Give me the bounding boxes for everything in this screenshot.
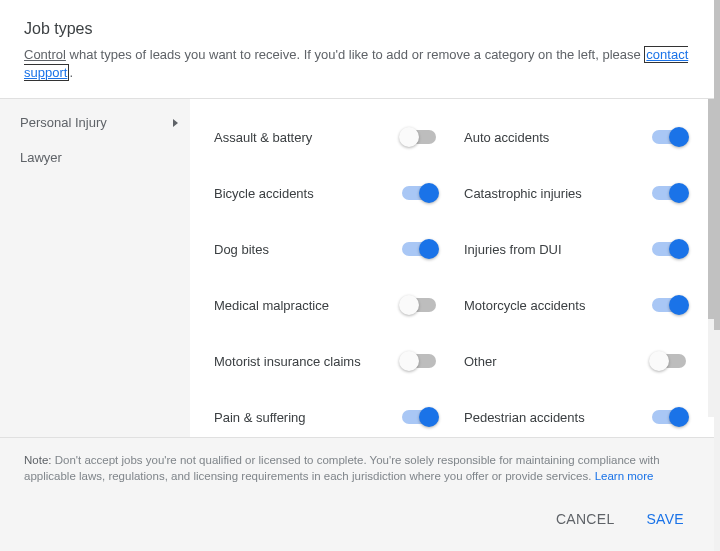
job-type-toggle[interactable] bbox=[652, 354, 686, 368]
category-sidebar: Personal Injury Lawyer bbox=[0, 99, 190, 436]
job-type-toggle[interactable] bbox=[402, 130, 436, 144]
toggle-knob bbox=[399, 295, 419, 315]
job-type-label: Auto accidents bbox=[464, 130, 549, 145]
sidebar-item-label: Lawyer bbox=[20, 150, 62, 165]
page-scrollbar[interactable] bbox=[714, 0, 720, 551]
job-type-row: Motorist insurance claims bbox=[214, 333, 454, 389]
job-type-toggle[interactable] bbox=[652, 410, 686, 424]
desc-rest: what types of leads you want to receive.… bbox=[66, 47, 644, 62]
job-type-row: Catastrophic injuries bbox=[464, 165, 704, 221]
note-text: Don't accept jobs you're not qualified o… bbox=[24, 454, 660, 483]
job-type-label: Pedestrian accidents bbox=[464, 410, 585, 425]
job-type-row: Motorcycle accidents bbox=[464, 277, 704, 333]
toggle-knob bbox=[669, 407, 689, 427]
disclaimer-note: Note: Don't accept jobs you're not quali… bbox=[0, 438, 714, 495]
toggle-knob bbox=[419, 407, 439, 427]
job-type-toggle[interactable] bbox=[652, 298, 686, 312]
sidebar-item-label: Personal Injury bbox=[20, 115, 107, 130]
toggle-knob bbox=[669, 183, 689, 203]
job-type-label: Bicycle accidents bbox=[214, 186, 314, 201]
job-type-row: Injuries from DUI bbox=[464, 221, 704, 277]
note-label: Note: bbox=[24, 454, 52, 466]
save-button[interactable]: SAVE bbox=[636, 505, 694, 533]
dialog-title: Job types bbox=[24, 20, 690, 38]
job-type-row: Pain & suffering bbox=[214, 389, 454, 436]
job-type-label: Pain & suffering bbox=[214, 410, 306, 425]
job-type-toggle[interactable] bbox=[402, 354, 436, 368]
job-type-label: Motorist insurance claims bbox=[214, 354, 361, 369]
job-type-row: Dog bites bbox=[214, 221, 454, 277]
job-type-row: Pedestrian accidents bbox=[464, 389, 704, 436]
toggle-knob bbox=[419, 239, 439, 259]
desc-lead: Control bbox=[24, 47, 66, 62]
job-type-label: Injuries from DUI bbox=[464, 242, 562, 257]
toggle-knob bbox=[399, 351, 419, 371]
job-type-toggle[interactable] bbox=[402, 410, 436, 424]
job-type-toggle[interactable] bbox=[652, 130, 686, 144]
dialog-body: Personal Injury Lawyer Assault & battery… bbox=[0, 99, 714, 436]
toggle-knob bbox=[399, 127, 419, 147]
cancel-button[interactable]: CANCEL bbox=[546, 505, 625, 533]
job-type-row: Medical malpractice bbox=[214, 277, 454, 333]
dialog-footer: Note: Don't accept jobs you're not quali… bbox=[0, 437, 714, 551]
learn-more-link[interactable]: Learn more bbox=[595, 470, 654, 482]
job-types-list: Assault & batteryAuto accidentsBicycle a… bbox=[190, 99, 714, 436]
job-type-label: Medical malpractice bbox=[214, 298, 329, 313]
job-type-row: Other bbox=[464, 333, 704, 389]
job-type-label: Assault & battery bbox=[214, 130, 312, 145]
page-scrollbar-thumb[interactable] bbox=[714, 0, 720, 330]
job-type-label: Dog bites bbox=[214, 242, 269, 257]
job-type-toggle[interactable] bbox=[652, 186, 686, 200]
sidebar-item-personal-injury[interactable]: Personal Injury bbox=[0, 105, 190, 140]
dialog-actions: CANCEL SAVE bbox=[0, 495, 714, 551]
job-type-row: Auto accidents bbox=[464, 109, 704, 165]
job-type-label: Other bbox=[464, 354, 497, 369]
toggle-knob bbox=[669, 239, 689, 259]
toggle-knob bbox=[669, 127, 689, 147]
chevron-right-icon bbox=[173, 119, 178, 127]
dialog-description: Control what types of leads you want to … bbox=[24, 46, 690, 82]
job-type-label: Motorcycle accidents bbox=[464, 298, 585, 313]
dialog-header: Job types Control what types of leads yo… bbox=[0, 0, 714, 99]
job-type-row: Assault & battery bbox=[214, 109, 454, 165]
job-type-toggle[interactable] bbox=[402, 242, 436, 256]
job-type-row: Bicycle accidents bbox=[214, 165, 454, 221]
toggle-knob bbox=[419, 183, 439, 203]
job-type-toggle[interactable] bbox=[652, 242, 686, 256]
toggle-knob bbox=[669, 295, 689, 315]
job-types-dialog: Job types Control what types of leads yo… bbox=[0, 0, 720, 551]
toggle-knob bbox=[649, 351, 669, 371]
job-type-label: Catastrophic injuries bbox=[464, 186, 582, 201]
job-type-toggle[interactable] bbox=[402, 298, 436, 312]
job-type-toggle[interactable] bbox=[402, 186, 436, 200]
sidebar-item-lawyer[interactable]: Lawyer bbox=[0, 140, 190, 175]
